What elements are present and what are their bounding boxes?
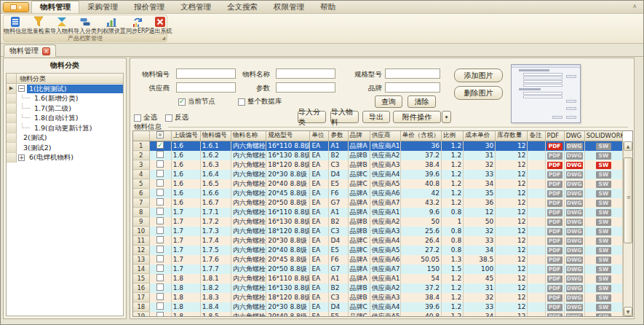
scroll-up-icon[interactable]: ▲ (624, 141, 632, 151)
dwg-badge[interactable]: DWG (566, 247, 583, 254)
row-checkbox[interactable] (156, 236, 164, 243)
dwg-badge[interactable]: DWG (566, 275, 583, 283)
collapse-node-icon[interactable]: − (18, 85, 25, 92)
row-checkbox[interactable] (156, 189, 164, 196)
sw-badge[interactable]: SW (596, 181, 611, 188)
column-header-name[interactable]: 物料名称 (231, 131, 266, 141)
table-row[interactable]: 51.61.6.5内六角螺栓520*40 8.8级EAE5品牌C供应商A540.… (133, 179, 623, 189)
table-row[interactable]: 141.71.7.7内六角螺栓720*50 8.8级EAG7品牌A供应商A715… (133, 265, 623, 274)
table-vertical-scrollbar[interactable]: ▲ ▼ (623, 141, 632, 316)
sw-badge[interactable]: SW (596, 313, 611, 317)
pdf-badge[interactable]: PDF (547, 181, 562, 188)
table-row[interactable]: 21.61.6.2内六角螺栓216*130 8.8级EAB2品牌B供应商A237… (133, 151, 623, 160)
table-row[interactable]: 131.71.7.6内六角螺栓620*45 8.8级EAF6品牌A供应商A650… (133, 255, 623, 265)
row-checkbox[interactable] (156, 255, 164, 262)
query-button[interactable]: 查询 (375, 95, 402, 108)
dwg-badge[interactable]: DWG (566, 190, 583, 197)
brand-input[interactable] (385, 82, 440, 93)
pdf-badge[interactable]: PDF (547, 171, 562, 179)
row-checkbox[interactable] (156, 283, 164, 291)
row-checkbox[interactable] (156, 293, 164, 300)
column-header-pdf[interactable]: PDF (545, 131, 564, 141)
table-row[interactable]: 11.61.6.1内六角螺栓116*110 8.8级EAA1品牌A供应商A136… (133, 141, 623, 151)
material-name-input[interactable] (276, 68, 335, 79)
spec-model-input[interactable] (385, 68, 440, 79)
pdf-badge[interactable]: PDF (547, 162, 562, 169)
column-header-check[interactable] (149, 131, 171, 141)
table-row[interactable]: 41.61.6.4内六角螺栓420*30 8.8级EAD4品牌C供应商A439.… (133, 170, 623, 179)
dwg-badge[interactable]: DWG (566, 171, 583, 179)
row-checkbox[interactable] (156, 151, 164, 158)
table-row[interactable]: 181.81.8.4内六角螺栓420*30 8.8级EAD4品牌C供应商A439… (133, 302, 623, 312)
sw-badge[interactable]: SW (596, 190, 611, 197)
column-header-param[interactable]: 参数 (329, 131, 348, 141)
pdf-badge[interactable]: PDF (547, 294, 562, 302)
row-checkbox[interactable] (156, 198, 164, 205)
pdf-badge[interactable]: PDF (547, 190, 562, 197)
row-checkbox[interactable] (156, 227, 164, 234)
expand-node-icon[interactable]: + (18, 154, 25, 161)
dialog-launcher-icon[interactable]: ◢ (162, 35, 165, 40)
scrollbar-thumb[interactable] (624, 157, 632, 243)
sw-badge[interactable]: SW (596, 209, 611, 216)
collapse-ribbon-button[interactable]: ∧ (632, 3, 637, 9)
sw-badge[interactable]: SW (596, 219, 611, 226)
column-header-spec[interactable]: 规格型号 (266, 131, 310, 141)
table-row[interactable]: 101.71.7.3内六角螺栓318*120 8.8级EAC3品牌B供应商A32… (133, 227, 623, 236)
app-menu-button[interactable]: ▾ (3, 2, 29, 12)
pdf-badge[interactable]: PDF (547, 257, 562, 264)
column-header-parent[interactable]: 上级编号 (171, 131, 200, 141)
table-row[interactable]: 31.61.6.3内六角螺栓318*120 8.8级EAC3品牌B供应商A338… (133, 160, 623, 170)
sw-badge[interactable]: SW (596, 162, 611, 169)
pdf-badge[interactable]: PDF (547, 228, 562, 235)
row-checkbox[interactable] (156, 265, 164, 272)
import-material-button[interactable]: 导入物料 (330, 111, 359, 123)
sw-badge[interactable]: SW (596, 228, 611, 235)
column-header-cost[interactable]: 成本单价 (464, 131, 496, 141)
sw-badge[interactable]: SW (596, 304, 611, 311)
row-checkbox[interactable] (156, 274, 164, 281)
sw-badge[interactable]: SW (596, 143, 611, 150)
column-header-dwg[interactable]: DWG (564, 131, 584, 141)
close-tab-icon[interactable]: × (42, 47, 50, 55)
sw-badge[interactable]: SW (596, 238, 611, 245)
dwg-badge[interactable]: DWG (566, 200, 583, 207)
dwg-badge[interactable]: DWG (566, 266, 583, 273)
table-row[interactable]: 191.81.8.5内六角螺栓520*40 8.8级EAE5品牌C供应商A540… (133, 312, 623, 318)
pdf-badge[interactable]: PDF (547, 313, 562, 317)
column-header-price[interactable]: 单价（含税） (400, 131, 441, 141)
ribbon-tab-document[interactable]: 文档管理 (172, 1, 219, 13)
sw-badge[interactable]: SW (596, 257, 611, 264)
pdf-badge[interactable]: PDF (547, 152, 562, 160)
ribbon-tab-fulltext[interactable]: 全文搜索 (219, 1, 266, 13)
tree-item-3[interactable]: 1.8(自动计算) (7, 114, 123, 124)
dwg-badge[interactable]: DWG (566, 304, 583, 311)
ribbon-tab-help[interactable]: 帮助 (312, 1, 343, 13)
import-material-button[interactable]: 导入物料 (50, 15, 73, 35)
dwg-badge[interactable]: DWG (566, 228, 583, 235)
row-checkbox[interactable] (156, 141, 164, 149)
column-header-ratio[interactable]: 比例 (442, 131, 464, 141)
sw-badge[interactable]: SW (596, 266, 611, 273)
pdf-badge[interactable]: PDF (547, 238, 562, 245)
column-header-rownum[interactable] (133, 131, 149, 141)
column-header-supplier[interactable]: 供应商 (370, 131, 400, 141)
tree-item-5[interactable]: 2(测试) (7, 133, 123, 144)
sw-badge[interactable]: SW (596, 247, 611, 254)
column-header-stock[interactable]: 库存数量 (496, 131, 528, 141)
row-checkbox[interactable] (156, 160, 164, 168)
table-row[interactable]: 121.71.7.5内六角螺栓520*40 8.8级EAE5品牌C供应商A527… (133, 246, 623, 255)
tree-item-6[interactable]: 3(测试2) (7, 143, 123, 153)
column-header-code[interactable]: 物料编号 (200, 131, 231, 141)
param-input[interactable] (276, 82, 335, 93)
pdf-badge[interactable]: PDF (547, 143, 562, 150)
pdf-badge[interactable]: PDF (547, 266, 562, 273)
ribbon-tab-quote[interactable]: 报价管理 (126, 1, 172, 13)
table-row[interactable]: 171.81.8.3内六角螺栓318*120 8.8级EAC3品牌B供应商A33… (133, 293, 623, 302)
tree-item-1[interactable]: 1.6(新增分类) (7, 94, 123, 104)
attachment-ops-dropdown[interactable]: ▾ (442, 111, 451, 123)
material-code-input[interactable] (176, 68, 236, 79)
pdf-badge[interactable]: PDF (547, 304, 562, 311)
current-node-option[interactable]: 当前节点 (178, 97, 215, 106)
row-checkbox[interactable] (156, 302, 164, 310)
